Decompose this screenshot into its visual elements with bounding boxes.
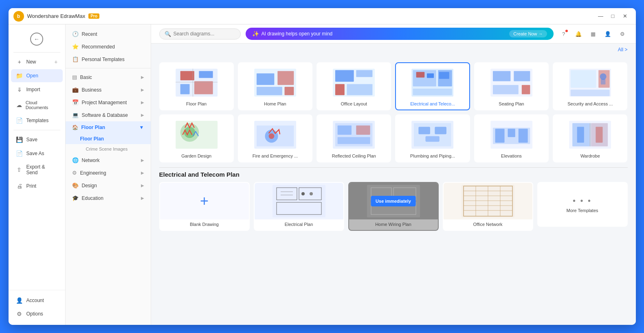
back-button[interactable]: ← — [9, 28, 65, 50]
sidebar-item-open[interactable]: 📁 Open — [11, 69, 63, 82]
template-card-electrical-telecom[interactable]: Electrical and Teleco... — [395, 62, 470, 110]
template-card-security-access[interactable]: Security and Access ... — [553, 62, 627, 110]
template-card-floor-plan[interactable]: Floor Plan — [159, 62, 234, 110]
software-icon: 💻 — [72, 112, 79, 118]
question-icon[interactable]: ? — [558, 28, 569, 39]
ai-create-now-button[interactable]: Create Now → — [509, 30, 547, 37]
svg-point-41 — [268, 134, 274, 139]
user-icon[interactable]: 👤 — [602, 28, 613, 39]
template-card-reflected-ceiling[interactable]: Reflected Ceiling Plan — [317, 114, 391, 162]
svg-rect-46 — [338, 137, 370, 144]
sidebar-mid-project[interactable]: 📅 Project Management ▶ — [66, 96, 151, 109]
sidebar-mid-floorplan[interactable]: 🏠 Floor Plan ▼ — [66, 121, 151, 134]
sidebar-mid-personal[interactable]: 📋 Personal Templates — [66, 53, 151, 66]
sidebar-mid-business[interactable]: 💼 Business ▶ — [66, 83, 151, 96]
template-card-home-plan[interactable]: Home Plan — [238, 62, 312, 110]
svg-rect-9 — [277, 71, 294, 85]
plus-icon: + — [200, 193, 209, 210]
sidebar-item-saveas[interactable]: 📄 Save As — [11, 147, 63, 160]
new-icon: + — [16, 59, 23, 65]
template-card-seating-plan[interactable]: Seating Plan — [474, 62, 549, 110]
template-card-office-layout[interactable]: Office Layout — [317, 62, 391, 110]
svg-rect-16 — [347, 84, 373, 95]
sidebar-item-export[interactable]: ⇧ Export & Send — [11, 161, 63, 179]
svg-rect-13 — [335, 70, 354, 82]
more-templates-card[interactable]: • • • More Templates — [537, 182, 628, 227]
template-grid: Floor Plan Home Plan — [159, 62, 628, 162]
sidebar-mid-recommended[interactable]: ⭐ Recommended — [66, 40, 151, 53]
floorplan-chevron: ▼ — [139, 125, 144, 130]
sidebar-sub-crime[interactable]: Crime Scene Images — [66, 144, 151, 154]
basic-icon: ▤ — [72, 74, 77, 80]
notification-icon[interactable]: 🔔 — [573, 28, 584, 39]
svg-rect-25 — [493, 71, 510, 81]
maximize-button[interactable]: □ — [607, 11, 619, 22]
sidebar-item-templates[interactable]: 📄 Templates — [11, 114, 63, 127]
sidebar-mid-recent[interactable]: 🕐 Recent — [66, 28, 151, 40]
sidebar-item-new[interactable]: + New + — [11, 55, 63, 68]
sidebar-mid-basic[interactable]: ▤ Basic ▶ — [66, 71, 151, 83]
template-card-wardrobe[interactable]: Wardrobe — [553, 114, 627, 162]
svg-rect-50 — [435, 127, 447, 134]
svg-rect-32 — [571, 90, 610, 96]
network-chevron: ▶ — [141, 158, 144, 162]
sidebar-item-options[interactable]: ⚙ Options — [11, 307, 63, 320]
svg-rect-11 — [284, 87, 294, 95]
svg-rect-62 — [577, 127, 584, 143]
sidebar-left: ← + New + 📁 Open ⇓ Import ☁ Cloud Docume… — [9, 24, 66, 325]
sidebar-item-cloud[interactable]: ☁ Cloud Documents — [11, 97, 63, 113]
templates-top: Floor Plan Home Plan — [151, 56, 636, 166]
sidebar-item-print[interactable]: 🖨 Print — [11, 180, 63, 193]
svg-rect-48 — [414, 123, 451, 146]
sidebar-item-import[interactable]: ⇓ Import — [11, 83, 63, 96]
svg-rect-56 — [519, 129, 528, 142]
security-access-thumb — [557, 66, 623, 99]
sidebar-item-account[interactable]: 👤 Account — [11, 294, 63, 307]
close-button[interactable]: ✕ — [620, 11, 631, 22]
svg-rect-23 — [439, 72, 449, 79]
svg-rect-55 — [508, 129, 515, 137]
ai-banner[interactable]: ✨ AI drawing helps open your mind Create… — [246, 28, 554, 40]
template-card-garden-design[interactable]: Garden Design — [159, 114, 234, 162]
all-link[interactable]: All > — [618, 47, 628, 53]
engineering-icon: ⚙ — [72, 170, 77, 176]
personal-icon: 📋 — [72, 56, 79, 62]
grid-icon[interactable]: ▦ — [588, 28, 598, 39]
bottom-card-home-wiring[interactable]: Use immediately Home Wiring Plan Home Wi… — [348, 182, 439, 231]
svg-rect-63 — [596, 127, 603, 143]
minimize-button[interactable]: — — [595, 11, 607, 22]
network-icon: 🌐 — [72, 157, 79, 163]
sidebar-mid-software[interactable]: 💻 Software & Database ▶ — [66, 109, 151, 121]
software-chevron: ▶ — [141, 113, 144, 117]
sidebar-mid-engineering[interactable]: ⚙ Engineering ▶ — [66, 166, 151, 179]
avatar[interactable]: b — [13, 11, 24, 22]
svg-rect-51 — [426, 136, 440, 142]
sidebar-sub-floorplan[interactable]: Floor Plan — [66, 134, 151, 144]
bottom-card-blank[interactable]: + Blank Drawing — [159, 182, 250, 231]
svg-rect-8 — [257, 73, 274, 85]
sidebar-mid-network[interactable]: 🌐 Network ▶ — [66, 154, 151, 166]
sidebar-mid-design[interactable]: 🎨 Design ▶ — [66, 179, 151, 192]
app-body: ← + New + 📁 Open ⇓ Import ☁ Cloud Docume… — [9, 24, 636, 325]
sidebar-mid-education[interactable]: 🎓 Education ▶ — [66, 192, 151, 204]
recent-icon: 🕐 — [72, 31, 79, 37]
svg-point-33 — [600, 73, 607, 80]
search-box[interactable]: 🔍 — [159, 28, 241, 39]
template-card-fire-emergency[interactable]: Fire and Emergency ... — [238, 114, 312, 162]
template-card-elevations[interactable]: Elevations — [474, 114, 549, 162]
back-icon: ← — [30, 33, 43, 46]
search-input[interactable] — [174, 31, 235, 37]
svg-rect-26 — [514, 71, 530, 81]
svg-rect-15 — [335, 84, 345, 95]
bottom-card-electrical-plan[interactable]: Electrical Plan — [254, 182, 344, 231]
engineering-chevron: ▶ — [141, 171, 144, 175]
template-card-plumbing[interactable]: Plumbing and Piping... — [395, 114, 470, 162]
design-icon: 🎨 — [72, 182, 79, 188]
sidebar-item-save[interactable]: 💾 Save — [11, 133, 63, 146]
settings-icon[interactable]: ⚙ — [617, 28, 628, 39]
svg-rect-3 — [180, 84, 189, 94]
svg-rect-4 — [194, 81, 213, 94]
bottom-card-office-network[interactable]: Office Network — [443, 182, 533, 231]
save-icon: 💾 — [16, 136, 23, 143]
use-immediately-button[interactable]: Use immediately — [371, 196, 416, 206]
